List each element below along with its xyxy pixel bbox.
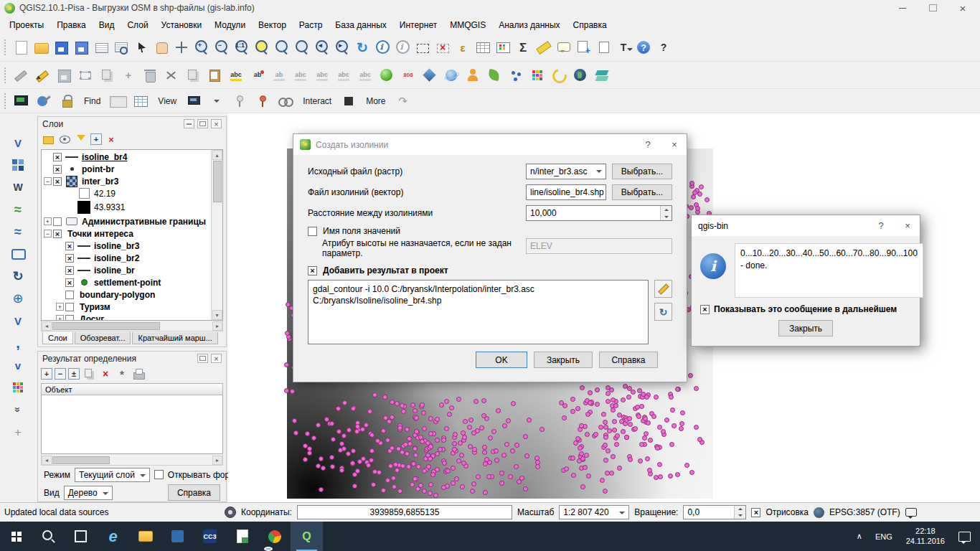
minimize-button[interactable] bbox=[895, 1, 910, 14]
panel-tab[interactable]: Кратчайший марш... bbox=[132, 332, 217, 344]
qgis-taskbar-icon[interactable]: Q bbox=[291, 522, 323, 551]
statistics-icon[interactable]: Σ bbox=[514, 38, 532, 57]
spinner-down-button[interactable] bbox=[735, 512, 745, 519]
edit-command-button[interactable] bbox=[654, 280, 672, 298]
find-label[interactable]: Find bbox=[80, 92, 104, 110]
grid-icon[interactable] bbox=[131, 92, 150, 110]
osm-user-icon[interactable] bbox=[463, 66, 482, 85]
wedge-3d-icon[interactable]: W bbox=[9, 178, 27, 197]
layer-checkbox[interactable] bbox=[65, 278, 74, 287]
scroll-thumb[interactable] bbox=[52, 456, 110, 464]
render-checkbox[interactable] bbox=[751, 508, 760, 517]
view-label[interactable]: View bbox=[154, 92, 180, 110]
copy-features-icon[interactable] bbox=[98, 66, 116, 85]
close-button[interactable] bbox=[956, 1, 970, 14]
select-features-icon[interactable] bbox=[413, 38, 432, 57]
start-button[interactable] bbox=[0, 522, 32, 551]
zoom-in-icon[interactable]: + bbox=[192, 38, 211, 57]
cc3-app-icon[interactable]: CC3 bbox=[194, 522, 226, 551]
expander-icon[interactable] bbox=[44, 217, 52, 225]
menu-item[interactable]: Установки bbox=[155, 18, 208, 32]
print-icon[interactable] bbox=[131, 367, 146, 381]
show-hidden-icons[interactable]: ∧ bbox=[852, 522, 867, 551]
node-tool-icon[interactable] bbox=[76, 66, 95, 85]
processing-plugin-icon[interactable] bbox=[485, 66, 504, 85]
interpolation-icon[interactable] bbox=[550, 66, 568, 85]
settings-icon[interactable]: * bbox=[115, 367, 129, 381]
layer-checkbox[interactable] bbox=[53, 177, 62, 186]
panel-tab[interactable]: Слои bbox=[42, 332, 73, 344]
coordinates-input[interactable]: 3939859,6855135 bbox=[297, 505, 512, 519]
refresh-icon[interactable]: ↻ bbox=[353, 38, 372, 57]
vector-file-input[interactable]: line/isoline_br4.shp bbox=[526, 184, 606, 200]
globe-grid-icon[interactable]: ⊕ bbox=[9, 289, 27, 308]
identify-help-button[interactable]: Справка bbox=[168, 484, 220, 501]
link-icon[interactable] bbox=[276, 92, 295, 110]
new-project-icon[interactable] bbox=[11, 38, 30, 57]
map-tips-icon[interactable] bbox=[554, 38, 573, 57]
delete-selected-icon[interactable] bbox=[141, 66, 159, 85]
label-rotate-icon[interactable]: abc bbox=[313, 66, 331, 85]
label-ab-pin-icon[interactable]: ab bbox=[248, 66, 267, 85]
network-analysis-icon[interactable] bbox=[507, 66, 525, 85]
menu-item[interactable]: Слой bbox=[121, 18, 154, 32]
layer-checkbox[interactable] bbox=[53, 217, 62, 226]
scroll-up-icon[interactable]: ▴ bbox=[212, 150, 222, 160]
comma-tool-icon[interactable]: , bbox=[9, 334, 27, 352]
touch-zoom-icon[interactable] bbox=[132, 38, 151, 57]
edge-icon[interactable]: e bbox=[97, 522, 129, 551]
message-close-button[interactable]: Закрыть bbox=[778, 320, 833, 336]
layer-row[interactable]: boundary-polygon bbox=[42, 288, 211, 301]
metasearch-icon[interactable] bbox=[442, 66, 461, 85]
horizontal-scrollbar[interactable]: ◂ ▸ bbox=[41, 321, 223, 331]
identify-icon[interactable]: i bbox=[373, 38, 392, 57]
save-project-icon[interactable] bbox=[52, 38, 70, 57]
scroll-right-icon[interactable]: ▸ bbox=[212, 456, 222, 465]
menu-item[interactable]: Анализ данных bbox=[492, 18, 566, 32]
expand-new-icon[interactable]: ± bbox=[68, 368, 80, 380]
mode-combobox[interactable]: Текущий слой bbox=[75, 468, 150, 482]
mmqgis-icon[interactable] bbox=[420, 66, 439, 85]
expand-all-icon[interactable]: + bbox=[90, 133, 102, 145]
grid-layers-icon[interactable] bbox=[9, 156, 27, 174]
taskbar-clock[interactable]: 22:18 24.11.2016 bbox=[900, 527, 951, 547]
open-form-checkbox[interactable] bbox=[154, 470, 164, 479]
layer-row[interactable]: point-br bbox=[42, 163, 211, 175]
maximize-button[interactable] bbox=[925, 1, 940, 14]
horizontal-scrollbar[interactable]: ◂ ▸ bbox=[41, 455, 223, 466]
new-composer-icon[interactable] bbox=[92, 38, 110, 57]
chrome-icon[interactable] bbox=[258, 522, 291, 551]
toolbar-grip[interactable] bbox=[4, 93, 8, 109]
layer-row[interactable]: isoline_br4 bbox=[42, 151, 211, 163]
crosshair-icon[interactable]: + bbox=[9, 423, 27, 441]
layer-row[interactable]: Туризм bbox=[42, 301, 211, 313]
layer-row[interactable]: Досуг bbox=[42, 313, 211, 321]
interval-spinbox[interactable]: 10,000 bbox=[526, 205, 672, 221]
add-to-project-checkbox[interactable] bbox=[308, 266, 317, 276]
manage-themes-icon[interactable] bbox=[57, 132, 72, 146]
view-combobox[interactable]: Дерево bbox=[64, 486, 113, 500]
pin-icon[interactable] bbox=[230, 92, 249, 110]
expander-icon[interactable] bbox=[44, 230, 52, 237]
dialog-close-button[interactable]: × bbox=[664, 135, 685, 154]
layer-checkbox[interactable] bbox=[65, 266, 74, 275]
collapse-tree-icon[interactable]: − bbox=[55, 368, 66, 380]
float-panel-icon[interactable] bbox=[197, 119, 208, 128]
field-name-checkbox[interactable] bbox=[308, 227, 317, 236]
scroll-right-icon[interactable]: ▸ bbox=[212, 321, 222, 331]
label-change-icon[interactable]: abc bbox=[334, 66, 353, 85]
notifications-icon[interactable] bbox=[958, 532, 971, 542]
layer-row[interactable]: Точки интереса bbox=[42, 227, 211, 240]
interpolation-waves-icon[interactable]: ≈ bbox=[9, 222, 27, 241]
current-edits-icon[interactable] bbox=[11, 66, 30, 85]
layer-checkbox[interactable] bbox=[65, 315, 74, 321]
scroll-left-icon[interactable]: ◂ bbox=[42, 321, 52, 331]
dialog-title-bar[interactable]: qgis-bin ? × bbox=[692, 215, 920, 236]
toolbar-grip[interactable] bbox=[4, 39, 8, 55]
layer-checkbox[interactable] bbox=[65, 303, 74, 311]
remove-layer-icon[interactable]: × bbox=[104, 132, 118, 146]
select-by-expression-icon[interactable]: ε bbox=[453, 38, 472, 57]
frame-icon[interactable] bbox=[339, 92, 358, 110]
layer-row[interactable]: inter_br3 bbox=[42, 175, 211, 187]
digitize-lines-icon[interactable]: V bbox=[9, 133, 27, 152]
